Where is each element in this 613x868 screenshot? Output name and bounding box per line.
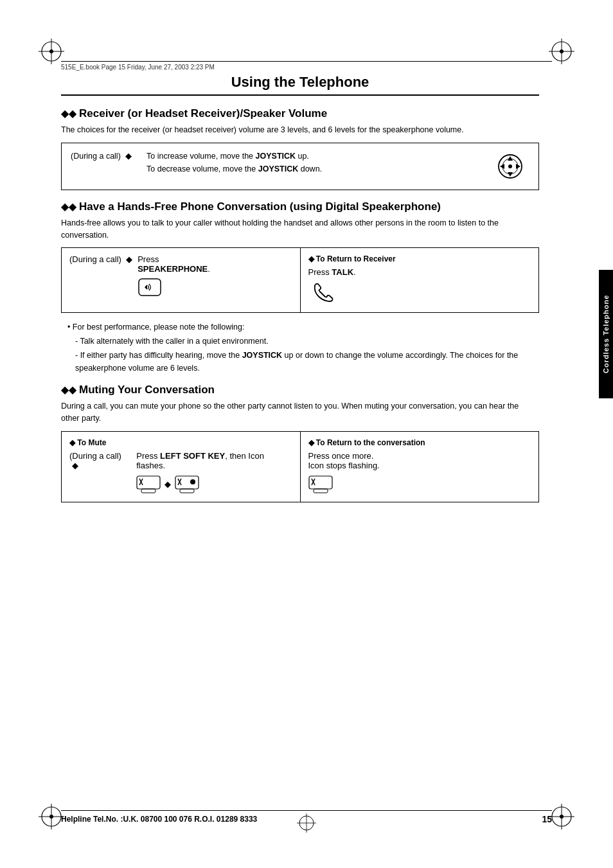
speakerphone-right-col: ◆ To Return to Receiver Press TALK. xyxy=(301,248,539,312)
receiver-label: (During a call) ◆ xyxy=(71,150,141,163)
receiver-desc: The choices for the receiver (or headset… xyxy=(61,124,539,136)
speakerphone-label: (During a call) ◆ xyxy=(69,254,132,264)
section-muting-heading: ◆◆ Muting Your Conversation xyxy=(61,384,539,396)
section-receiver-heading: ◆◆ Receiver (or Headset Receiver)/Speake… xyxy=(61,107,539,120)
page-number: 15 xyxy=(542,814,552,824)
return-receiver-header: ◆ To Return to Receiver xyxy=(308,254,531,263)
mute-icons-row: ◆ xyxy=(136,475,292,493)
page-title: Using the Telephone xyxy=(61,74,539,96)
return-conversation-header: ◆ To Return to the conversation xyxy=(308,438,531,447)
svg-point-25 xyxy=(508,164,512,168)
svg-rect-35 xyxy=(180,489,194,493)
header-bar: 515E_E.book Page 15 Friday, June 27, 200… xyxy=(61,61,552,71)
speakerphone-left-col: (During a call) ◆ Press SPEAKERPHONE. xyxy=(62,248,301,312)
header-text: 515E_E.book Page 15 Friday, June 27, 200… xyxy=(61,64,215,71)
muting-box-wrapper: ◆ To Mute (During a call) ◆ Press LEFT S… xyxy=(61,431,539,502)
footer: Helpline Tel.No. :U.K. 08700 100 076 R.O… xyxy=(61,810,552,824)
diamonds-icon-3: ◆◆ xyxy=(61,384,76,396)
corner-mark-bottom-left xyxy=(39,804,64,829)
bullet-item-1: For best performance, please note the fo… xyxy=(67,321,539,333)
svg-rect-30 xyxy=(141,489,155,493)
side-tab: Cordless Telephone xyxy=(599,270,613,398)
muting-press-text: Press LEFT SOFT KEY, then Icon flashes. xyxy=(136,451,292,493)
corner-mark-bottom-right xyxy=(549,804,574,829)
muting-left-col: ◆ To Mute (During a call) ◆ Press LEFT S… xyxy=(62,432,301,502)
joystick-icon xyxy=(491,150,529,183)
bullet-item-2: Talk alternately with the caller in a qu… xyxy=(75,335,539,348)
speakerphone-desc: Hands-free allows you to talk to your ca… xyxy=(61,217,539,242)
receiver-instr-box: (During a call) ◆ To increase volume, mo… xyxy=(61,143,539,190)
mute-button-icon-2 xyxy=(175,475,199,493)
svg-marker-23 xyxy=(500,164,504,169)
to-mute-header: ◆ To Mute xyxy=(69,438,292,447)
diamonds-icon: ◆◆ xyxy=(61,108,76,120)
mute-stopped-icon xyxy=(308,475,531,495)
talk-button-icon xyxy=(308,281,531,306)
speakerphone-box: (During a call) ◆ Press SPEAKERPHONE. xyxy=(61,247,539,313)
svg-marker-22 xyxy=(508,172,513,177)
svg-rect-26 xyxy=(139,279,161,296)
corner-mark-top-left xyxy=(39,39,64,64)
helpline-text: Helpline Tel.No. :U.K. 08700 100 076 R.O… xyxy=(61,815,257,824)
section-speakerphone-heading: ◆◆ Have a Hands-Free Phone Conversation … xyxy=(61,200,539,213)
svg-rect-39 xyxy=(314,489,328,493)
receiver-box-row: (During a call) ◆ To increase volume, mo… xyxy=(71,150,529,183)
svg-marker-21 xyxy=(508,156,513,161)
speakerphone-button-icon xyxy=(138,278,210,299)
svg-point-34 xyxy=(190,479,195,484)
svg-marker-24 xyxy=(516,164,520,169)
muting-right-col: ◆ To Return to the conversation Press on… xyxy=(301,432,539,502)
muting-box: ◆ To Mute (During a call) ◆ Press LEFT S… xyxy=(61,431,539,502)
receiver-text: To increase volume, move the JOYSTICK up… xyxy=(147,150,486,175)
main-content: Using the Telephone ◆◆ Receiver (or Head… xyxy=(61,74,539,804)
muting-label: (During a call) ◆ xyxy=(69,451,131,470)
diamonds-icon-2: ◆◆ xyxy=(61,201,76,213)
speakerphone-bullets: For best performance, please note the fo… xyxy=(67,321,539,375)
speakerphone-press-text: Press SPEAKERPHONE. xyxy=(138,254,210,299)
corner-mark-top-right xyxy=(549,39,574,64)
mute-button-icon-1 xyxy=(136,475,161,493)
bullet-item-3: If either party has difficulty hearing, … xyxy=(75,349,539,375)
muting-desc: During a call, you can mute your phone s… xyxy=(61,400,539,425)
